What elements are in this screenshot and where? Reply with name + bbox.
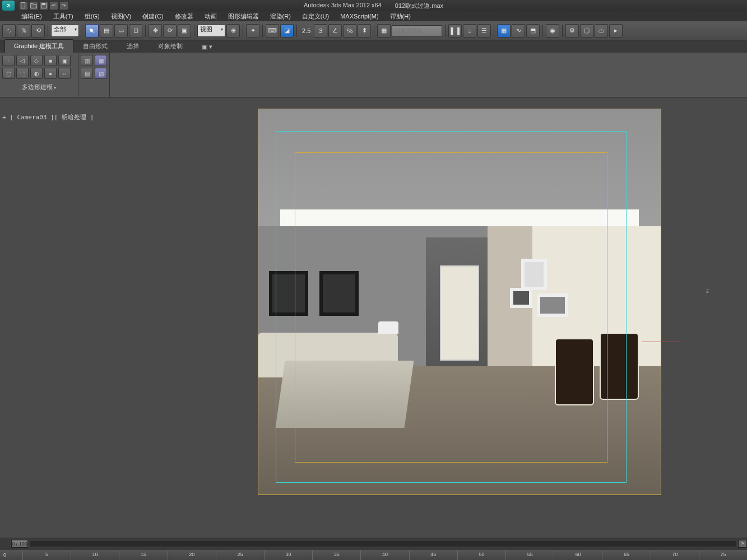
axis-label-z: z	[706, 288, 709, 294]
frame-slider[interactable]: 0 / 100	[11, 540, 28, 548]
menu-tools[interactable]: 工具(T)	[48, 11, 79, 22]
file-name: 012欧式过道.max	[395, 2, 443, 10]
schematic-button[interactable]: ⬒	[526, 24, 540, 38]
render-button[interactable]	[595, 24, 608, 38]
ruler-mark: 50	[457, 550, 505, 560]
rp-modifier-c[interactable]: ▤	[81, 68, 93, 79]
rp-btn-e[interactable]: ○	[58, 68, 71, 79]
qat-new-button[interactable]	[19, 1, 28, 10]
rp-element-button[interactable]: ▣	[58, 55, 71, 66]
rp-modifier-a[interactable]: ▥	[81, 55, 93, 66]
rp-modifier-d[interactable]: ▧	[95, 68, 107, 79]
ruler-mark: 20	[168, 550, 216, 560]
tab-objectpaint[interactable]: 对象绘制	[149, 39, 192, 53]
ribbon-tabs: Graphite 建模工具 自由形式 选择 对象绘制 ▣ ▾	[0, 40, 747, 53]
menu-modifiers[interactable]: 修改器	[169, 11, 199, 22]
select-button[interactable]	[85, 24, 99, 38]
command-panel-strip[interactable]	[711, 109, 747, 538]
snap-toggle-button[interactable]: ◪	[280, 24, 294, 38]
curve-editor-button[interactable]: ∿	[512, 24, 525, 38]
spinner-snap-button[interactable]: ⬍	[358, 24, 371, 38]
qat-undo-button[interactable]: ↶	[49, 1, 58, 10]
ruler-mark: 35	[312, 550, 360, 560]
keyboard-shortcut-button[interactable]: ⌨	[266, 24, 279, 38]
menu-create[interactable]: 创建(C)	[137, 11, 169, 22]
rotate-button[interactable]: ⟳	[163, 24, 177, 38]
menu-animation[interactable]: 动画	[199, 11, 222, 22]
percent-snap-button[interactable]: %	[343, 24, 356, 38]
ribbon-group-label[interactable]: 多边形建模	[2, 81, 76, 91]
title-text: Autodesk 3ds Max 2012 x64 012欧式过道.max	[304, 2, 443, 10]
rp-edge-button[interactable]: ◁	[16, 55, 29, 66]
quick-access-toolbar: ↶ ↷	[19, 1, 68, 10]
pivot-button[interactable]: ⊕	[226, 24, 240, 38]
qat-redo-button[interactable]: ↷	[59, 1, 68, 10]
rp-border-button[interactable]: ◇	[30, 55, 43, 66]
ref-coord-dropdown[interactable]: 视图	[197, 25, 225, 37]
menu-render[interactable]: 渲染(R)	[265, 11, 296, 22]
render-prod-button[interactable]: ▸	[609, 24, 623, 38]
menu-maxscript[interactable]: MAXScript(M)	[335, 12, 384, 21]
menu-group[interactable]: 组(G)	[79, 11, 105, 22]
time-ruler[interactable]: 0 5 10 15 20 25 30 35 40 45 50 55 60 65 …	[0, 550, 747, 560]
ruler-mark: 70	[651, 550, 699, 560]
rp-btn-c[interactable]: ◐	[30, 68, 43, 79]
render-setup-button[interactable]: ⚙	[565, 24, 579, 38]
move-button[interactable]: ✥	[149, 24, 162, 38]
ruler-mark: 5	[22, 550, 71, 560]
app-name: Autodesk 3ds Max 2012 x64	[304, 2, 382, 10]
bind-button[interactable]: ⟲	[31, 24, 45, 38]
window-crossing-button[interactable]: ⊡	[129, 24, 142, 38]
rp-vertex-button[interactable]: ∙	[2, 55, 15, 66]
ruler-mark: 40	[360, 550, 409, 560]
scale-button[interactable]: ▣	[178, 24, 191, 38]
mirror-button[interactable]: ▌▐	[448, 24, 462, 38]
select-name-button[interactable]: ▤	[100, 24, 113, 38]
time-slider[interactable]: 0 / 100 >	[0, 538, 747, 550]
menu-edit[interactable]: 编辑(E)	[16, 11, 48, 22]
menu-customize[interactable]: 自定义(U)	[296, 11, 335, 22]
select-region-button[interactable]: ▭	[114, 24, 128, 38]
layers-button[interactable]: ☰	[477, 24, 491, 38]
viewport-label[interactable]: + [ Camera03 ][ 明暗处理 ]	[2, 113, 94, 122]
selection-filter-dropdown[interactable]: 全部	[51, 25, 79, 37]
qat-open-button[interactable]	[29, 1, 38, 10]
named-selection-input[interactable]	[392, 25, 442, 36]
menu-help[interactable]: 帮助(H)	[384, 11, 416, 22]
menu-bar: 编辑(E) 工具(T) 组(G) 视图(V) 创建(C) 修改器 动画 图形编辑…	[0, 11, 747, 21]
link-button[interactable]	[2, 24, 16, 38]
title-bar: 3 ↶ ↷ Autodesk 3ds Max 2012 x64 012欧式过道.…	[0, 0, 747, 11]
material-editor-button[interactable]: ◉	[546, 24, 559, 38]
rp-btn-a[interactable]: ▢	[2, 68, 15, 79]
spinner-value: 2.5	[300, 27, 313, 34]
tab-selection[interactable]: 选择	[117, 39, 149, 53]
graphite-toggle-button[interactable]: ▦	[497, 24, 511, 38]
menu-grapheditors[interactable]: 图形编辑器	[222, 11, 265, 22]
edit-named-button[interactable]: ▦	[377, 24, 391, 38]
ribbon-expand-button[interactable]: ▣ ▾	[192, 40, 222, 53]
unlink-button[interactable]: ％	[17, 24, 30, 38]
snap-3d-button[interactable]: 3	[314, 24, 327, 38]
tab-graphite[interactable]: Graphite 建模工具	[4, 39, 73, 53]
rp-btn-d[interactable]: ●	[44, 68, 57, 79]
ruler-mark: 60	[554, 550, 602, 560]
align-button[interactable]: ≡	[463, 24, 476, 38]
render-frame-button[interactable]: ▢	[580, 24, 593, 38]
ruler-mark: 10	[71, 550, 119, 560]
ruler-mark: 25	[216, 550, 264, 560]
ribbon-panel: ∙ ◁ ◇ ■ ▣ ▢ ⬚ ◐ ● ○ 多边形建模 ▥ ▦ ▤ ▧	[0, 53, 747, 97]
timeline-track[interactable]	[30, 541, 736, 547]
rp-poly-button[interactable]: ■	[44, 55, 57, 66]
viewport[interactable]: + [ Camera03 ][ 明暗处理 ] z	[0, 109, 711, 538]
rp-modifier-b[interactable]: ▦	[95, 55, 107, 66]
app-icon[interactable]: 3	[2, 1, 15, 11]
ruler-mark: 30	[264, 550, 312, 560]
menu-view[interactable]: 视图(V)	[105, 11, 137, 22]
qat-save-button[interactable]	[39, 1, 48, 10]
tab-freeform[interactable]: 自由形式	[73, 39, 117, 53]
scene-render	[258, 109, 661, 495]
manipulate-button[interactable]: ✦	[246, 24, 259, 38]
timeline-end-button[interactable]: >	[738, 540, 747, 548]
angle-snap-button[interactable]: ∠	[328, 24, 342, 38]
rp-btn-b[interactable]: ⬚	[16, 68, 29, 79]
